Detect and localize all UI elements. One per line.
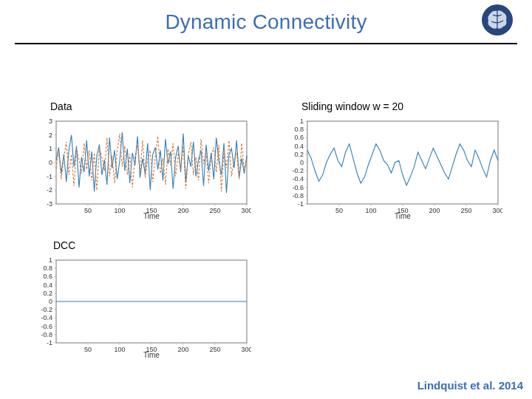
svg-text:250: 250 (209, 207, 220, 214)
svg-text:-2: -2 (47, 186, 52, 194)
svg-text:100: 100 (114, 207, 125, 214)
svg-rect-29 (307, 121, 498, 204)
svg-text:200: 200 (177, 207, 188, 214)
svg-text:0: 0 (49, 159, 52, 166)
svg-text:-0.8: -0.8 (41, 331, 52, 338)
svg-text:0.8: 0.8 (43, 265, 52, 272)
svg-text:50: 50 (335, 207, 343, 214)
svg-text:0.4: 0.4 (294, 143, 304, 150)
svg-text:0: 0 (49, 298, 52, 305)
label-dcc: DCC (53, 239, 75, 251)
svg-text:0.6: 0.6 (294, 134, 304, 141)
svg-text:250: 250 (209, 346, 220, 353)
svg-text:300: 300 (241, 346, 251, 353)
svg-text:-0.4: -0.4 (41, 314, 52, 321)
svg-text:50: 50 (84, 346, 92, 353)
svg-text:Time: Time (143, 212, 160, 220)
svg-text:-0.6: -0.6 (292, 184, 304, 191)
svg-text:200: 200 (177, 346, 188, 353)
svg-text:300: 300 (492, 207, 502, 214)
svg-text:0.2: 0.2 (43, 290, 52, 297)
svg-text:1: 1 (49, 145, 52, 152)
title-underline (15, 43, 517, 44)
svg-text:0.8: 0.8 (294, 126, 304, 133)
label-sliding: Sliding window w = 20 (301, 100, 403, 112)
page-title: Dynamic Connectivity (0, 10, 532, 34)
svg-text:0.2: 0.2 (294, 151, 304, 158)
chart-sliding: -1-0.8-0.6-0.4-0.200.20.40.60.8150100150… (288, 117, 502, 220)
svg-text:-3: -3 (47, 200, 52, 208)
svg-text:250: 250 (460, 207, 471, 214)
title-text: Dynamic Connectivity (165, 10, 366, 33)
svg-text:-0.8: -0.8 (292, 192, 304, 200)
svg-text:50: 50 (84, 207, 92, 214)
svg-text:-1: -1 (298, 200, 304, 208)
svg-text:-0.2: -0.2 (292, 167, 304, 174)
svg-text:1: 1 (49, 256, 52, 264)
svg-text:-0.6: -0.6 (41, 323, 52, 330)
svg-text:100: 100 (114, 346, 125, 353)
svg-text:2: 2 (49, 132, 52, 139)
svg-text:0.6: 0.6 (43, 273, 52, 280)
svg-text:1: 1 (300, 117, 304, 125)
citation: Lindquist et al. 2014 (417, 379, 523, 392)
svg-text:3: 3 (49, 117, 52, 125)
svg-text:Time: Time (395, 212, 411, 220)
chart-data: -3-2-1012350100150200250300Time (37, 117, 251, 220)
label-data: Data (50, 100, 72, 112)
svg-text:300: 300 (241, 207, 251, 214)
svg-text:100: 100 (365, 207, 376, 214)
svg-text:-0.4: -0.4 (292, 175, 304, 183)
svg-text:0: 0 (300, 159, 304, 166)
svg-text:Time: Time (143, 351, 160, 359)
chart-dcc: -1-0.8-0.6-0.4-0.200.20.40.60.8150100150… (37, 256, 251, 359)
svg-text:-0.2: -0.2 (41, 306, 52, 313)
svg-text:200: 200 (429, 207, 440, 214)
svg-text:-1: -1 (47, 339, 52, 347)
svg-text:-1: -1 (47, 173, 52, 180)
svg-text:0.4: 0.4 (43, 282, 52, 289)
